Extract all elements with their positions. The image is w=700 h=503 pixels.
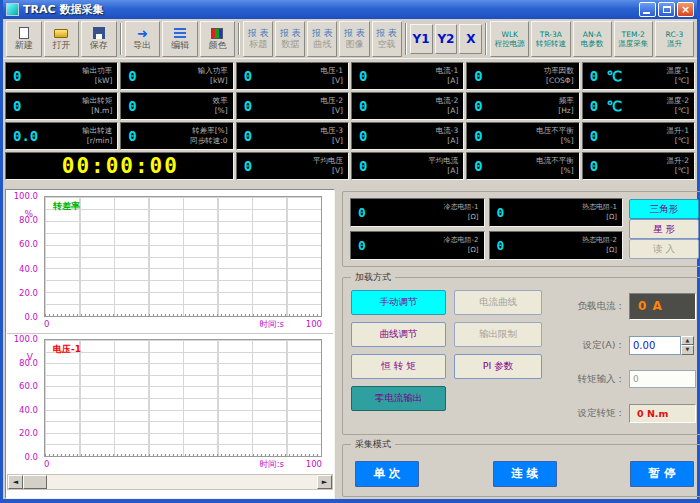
report-data-button[interactable]: 报 表 数据 <box>275 21 305 57</box>
chart-panel: 100.0 % 80.0 60.0 40.0 20.0 0.0 转差率 0 时间… <box>5 189 335 499</box>
export-button[interactable]: ➜ 导出 <box>125 21 161 57</box>
lcd-voltage-1: 0电压-1[V] <box>236 62 349 90</box>
load-current-label: 负载电流： <box>563 300 625 313</box>
horizontal-scrollbar[interactable]: ◄ ► <box>7 474 333 490</box>
single-capture-button[interactable]: 单 次 <box>355 461 419 487</box>
lcd-slip-rate: 0转差率[%]同步转速:0 <box>120 122 233 150</box>
device-rc3-rise-button[interactable]: RC-3 温升 <box>655 21 694 57</box>
set-torque-display: 0 N.m <box>629 404 696 423</box>
current-curve-button[interactable]: 电流曲线 <box>454 290 542 315</box>
x-axis: 0 时间:s 100 <box>44 319 322 332</box>
set-current-spinner: ▲ ▼ <box>629 336 696 355</box>
lcd-current-unbalance: 0电流不平衡[%] <box>466 152 579 180</box>
x-axis-label: 时间:s <box>260 319 284 331</box>
series-legend: 转差率 <box>53 200 80 213</box>
scrollbar-thumb[interactable] <box>23 475 47 489</box>
y1-axis-button[interactable]: Y1 <box>410 24 433 54</box>
x-axis-label: 时间:s <box>260 459 284 471</box>
open-folder-icon <box>54 26 68 40</box>
lcd-avg-current: 0平均电流[A] <box>351 152 464 180</box>
read-in-button[interactable]: 读 入 <box>629 239 699 259</box>
window-title: TRAC 数据采集 <box>23 2 637 17</box>
y-axis: 100.0 % 80.0 60.0 40.0 20.0 0.0 <box>7 196 41 317</box>
star-mode-button[interactable]: 星 形 <box>629 219 699 239</box>
x-axis-button[interactable]: X <box>459 24 482 54</box>
manual-adjust-button[interactable]: 手动调节 <box>351 290 446 315</box>
device-tem2-temp-button[interactable]: TEM-2 温度采集 <box>614 21 653 57</box>
edit-button[interactable]: 编辑 <box>162 21 198 57</box>
toolbar: 新建 打开 保存 ➜ 导出 编辑 颜色 报 表 标题 报 表 数 <box>3 19 697 59</box>
report-title-button[interactable]: 报 表 标题 <box>243 21 273 57</box>
device-ana-params-button[interactable]: AN-A 电参数 <box>573 21 612 57</box>
lcd-timer: 00:00:00 <box>5 152 234 180</box>
output-limit-button[interactable]: 输出限制 <box>454 322 542 347</box>
edit-label: 编辑 <box>171 41 189 51</box>
lcd-input-power: 0输入功率[kW] <box>120 62 233 90</box>
lcd-voltage-2: 0电压-2[V] <box>236 92 349 120</box>
color-button[interactable]: 颜色 <box>200 21 236 57</box>
y2-axis-button[interactable]: Y2 <box>435 24 458 54</box>
lcd-cold-resistance-1: 0冷态电阻-1[Ω] <box>350 198 485 227</box>
open-button[interactable]: 打开 <box>44 21 80 57</box>
lcd-current-1: 0电流-1[A] <box>351 62 464 90</box>
close-button[interactable]: × <box>677 2 694 17</box>
report-curve-button[interactable]: 报 表 曲线 <box>307 21 337 57</box>
device-tr3a-torque-button[interactable]: TR-3A 转矩转速 <box>531 21 570 57</box>
loading-mid-buttons: 电流曲线 输出限制 PI 参数 <box>454 290 549 426</box>
zero-current-output-button[interactable]: 零电流输出 <box>351 386 446 411</box>
toolbar-separator <box>485 23 487 55</box>
titlebar: TRAC 数据采集 × <box>3 0 697 19</box>
lcd-frequency: 0频率[Hz] <box>466 92 579 120</box>
torque-input-label: 转矩输入： <box>563 373 625 386</box>
lcd-output-speed: 0.0输出转速[r/min] <box>5 122 118 150</box>
save-label: 保存 <box>90 41 108 51</box>
resistance-cells: 0冷态电阻-1[Ω] 0热态电阻-1[Ω] 0冷态电阻-2[Ω] 0热态电阻-2… <box>350 198 623 260</box>
device-wlk-power-button[interactable]: WLK 程控电源 <box>490 21 529 57</box>
toolbar-separator <box>405 23 407 55</box>
spinner-down-button[interactable]: ▼ <box>681 345 694 355</box>
constant-torque-button[interactable]: 恒 转 矩 <box>351 354 446 379</box>
report-image-button[interactable]: 报 表 图像 <box>339 21 369 57</box>
lcd-temp-rise-2: 0温升-2[℃] <box>582 152 695 180</box>
spinner-up-button[interactable]: ▲ <box>681 336 694 346</box>
minimize-button[interactable] <box>639 2 656 17</box>
set-torque-label: 设定转矩： <box>563 407 625 420</box>
minimize-icon <box>643 12 650 14</box>
open-label: 打开 <box>52 41 70 51</box>
pause-capture-button[interactable]: 暂 停 <box>630 461 694 487</box>
load-current-display: 0 A <box>629 293 696 320</box>
lcd-current-2: 0电流-2[A] <box>351 92 464 120</box>
new-button[interactable]: 新建 <box>6 21 42 57</box>
toolbar-separator <box>238 23 240 55</box>
color-bars-icon <box>211 26 223 40</box>
toolbar-separator <box>120 23 122 55</box>
scrollbar-track[interactable] <box>47 475 317 489</box>
loading-mode-box: 加载方式 手动调节 曲线调节 恒 转 矩 零电流输出 电流曲线 输出限制 PI … <box>342 277 700 435</box>
plot-area: 电压-1 <box>44 339 322 457</box>
y-axis: 100.0 V 80.0 60.0 40.0 20.0 0.0 <box>7 339 41 457</box>
torque-input-field[interactable] <box>629 370 696 388</box>
continuous-capture-button[interactable]: 连 续 <box>493 461 557 487</box>
lcd-temperature-2: 0 ℃温度-2[℃] <box>582 92 695 120</box>
save-button[interactable]: 保存 <box>81 21 117 57</box>
triangle-mode-button[interactable]: 三角形 <box>629 199 699 219</box>
maximize-button[interactable] <box>658 2 675 17</box>
resistance-box: 0冷态电阻-1[Ω] 0热态电阻-1[Ω] 0冷态电阻-2[Ω] 0热态电阻-2… <box>342 191 700 267</box>
loading-mode-title: 加载方式 <box>351 271 395 284</box>
set-current-input[interactable] <box>629 336 681 355</box>
app-icon <box>6 3 19 16</box>
lcd-hot-resistance-2: 0热态电阻-2[Ω] <box>489 231 624 260</box>
lcd-temp-rise-1: 0温升-1[℃] <box>582 122 695 150</box>
series-legend: 电压-1 <box>53 343 81 356</box>
report-noload-button[interactable]: 报 表 空载 <box>372 21 402 57</box>
scroll-left-arrow[interactable]: ◄ <box>8 475 23 489</box>
curve-adjust-button[interactable]: 曲线调节 <box>351 322 446 347</box>
color-label: 颜色 <box>208 41 226 51</box>
pi-params-button[interactable]: PI 参数 <box>454 354 542 379</box>
loading-left-buttons: 手动调节 曲线调节 恒 转 矩 零电流输出 <box>351 290 446 426</box>
right-panel: 0冷态电阻-1[Ω] 0热态电阻-1[Ω] 0冷态电阻-2[Ω] 0热态电阻-2… <box>340 189 700 499</box>
plot-area: 转差率 <box>44 196 322 317</box>
scroll-right-arrow[interactable]: ► <box>317 475 332 489</box>
new-label: 新建 <box>15 41 33 51</box>
save-icon <box>93 26 105 40</box>
